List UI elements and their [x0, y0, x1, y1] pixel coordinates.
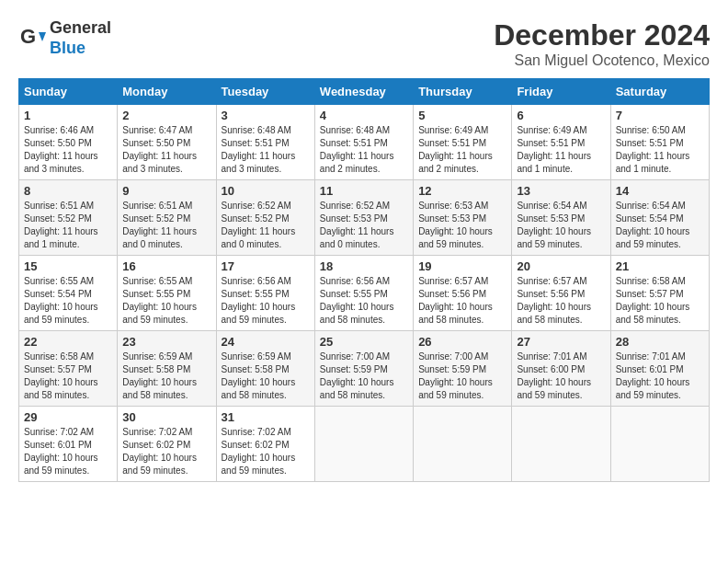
day-info: Sunrise: 6:57 AM Sunset: 5:56 PM Dayligh… — [517, 275, 605, 327]
col-header-tuesday: Tuesday — [216, 79, 314, 105]
day-number: 10 — [222, 184, 310, 198]
day-info: Sunrise: 6:48 AM Sunset: 5:51 PM Dayligh… — [222, 124, 310, 176]
day-cell: 9Sunrise: 6:51 AM Sunset: 5:52 PM Daylig… — [118, 180, 216, 256]
day-number: 22 — [24, 335, 112, 349]
day-info: Sunrise: 6:49 AM Sunset: 5:51 PM Dayligh… — [517, 124, 605, 176]
title-section: December 2024 San Miguel Ocotenco, Mexic… — [494, 18, 710, 69]
day-cell — [512, 407, 610, 482]
day-number: 28 — [616, 335, 704, 349]
week-row-1: 1Sunrise: 6:46 AM Sunset: 5:50 PM Daylig… — [19, 105, 710, 180]
day-number: 31 — [222, 410, 310, 424]
day-cell: 25Sunrise: 7:00 AM Sunset: 5:59 PM Dayli… — [314, 331, 413, 407]
day-info: Sunrise: 6:57 AM Sunset: 5:56 PM Dayligh… — [418, 275, 506, 327]
day-number: 16 — [122, 259, 210, 273]
day-number: 3 — [222, 109, 310, 122]
day-number: 20 — [517, 259, 605, 273]
day-info: Sunrise: 6:49 AM Sunset: 5:51 PM Dayligh… — [418, 124, 506, 176]
day-cell: 21Sunrise: 6:58 AM Sunset: 5:57 PM Dayli… — [610, 256, 709, 331]
week-row-3: 15Sunrise: 6:55 AM Sunset: 5:54 PM Dayli… — [19, 256, 710, 331]
col-header-friday: Friday — [512, 79, 610, 105]
day-cell: 17Sunrise: 6:56 AM Sunset: 5:55 PM Dayli… — [216, 256, 314, 331]
day-cell: 31Sunrise: 7:02 AM Sunset: 6:02 PM Dayli… — [216, 407, 314, 482]
day-number: 12 — [418, 184, 506, 198]
day-cell: 2Sunrise: 6:47 AM Sunset: 5:50 PM Daylig… — [118, 105, 216, 180]
day-info: Sunrise: 6:58 AM Sunset: 5:57 PM Dayligh… — [24, 350, 112, 402]
logo: G General Blue — [18, 18, 111, 58]
col-header-monday: Monday — [118, 79, 216, 105]
day-number: 4 — [320, 109, 408, 122]
day-info: Sunrise: 6:46 AM Sunset: 5:50 PM Dayligh… — [24, 124, 112, 176]
day-info: Sunrise: 6:52 AM Sunset: 5:53 PM Dayligh… — [320, 200, 408, 251]
day-info: Sunrise: 6:47 AM Sunset: 5:50 PM Dayligh… — [122, 124, 210, 176]
day-number: 18 — [320, 259, 408, 273]
day-info: Sunrise: 6:59 AM Sunset: 5:58 PM Dayligh… — [222, 350, 310, 402]
logo-line2: Blue — [50, 39, 85, 57]
day-number: 15 — [24, 259, 112, 273]
day-cell: 29Sunrise: 7:02 AM Sunset: 6:01 PM Dayli… — [19, 407, 118, 482]
day-cell: 14Sunrise: 6:54 AM Sunset: 5:54 PM Dayli… — [610, 180, 709, 256]
location-subtitle: San Miguel Ocotenco, Mexico — [494, 52, 710, 69]
day-number: 21 — [616, 259, 704, 273]
day-number: 19 — [418, 259, 506, 273]
day-number: 1 — [24, 109, 112, 122]
day-number: 7 — [616, 109, 704, 122]
day-info: Sunrise: 6:51 AM Sunset: 5:52 PM Dayligh… — [122, 200, 210, 251]
page-header: G General Blue December 2024 San Miguel … — [18, 18, 710, 69]
svg-text:G: G — [20, 25, 36, 48]
day-cell: 13Sunrise: 6:54 AM Sunset: 5:53 PM Dayli… — [512, 180, 610, 256]
day-number: 17 — [222, 259, 310, 273]
day-info: Sunrise: 6:50 AM Sunset: 5:51 PM Dayligh… — [616, 124, 704, 176]
day-number: 27 — [517, 335, 605, 349]
day-cell: 22Sunrise: 6:58 AM Sunset: 5:57 PM Dayli… — [19, 331, 118, 407]
day-cell: 5Sunrise: 6:49 AM Sunset: 5:51 PM Daylig… — [414, 105, 512, 180]
day-cell: 16Sunrise: 6:55 AM Sunset: 5:55 PM Dayli… — [118, 256, 216, 331]
day-cell: 4Sunrise: 6:48 AM Sunset: 5:51 PM Daylig… — [314, 105, 413, 180]
day-info: Sunrise: 6:48 AM Sunset: 5:51 PM Dayligh… — [320, 124, 408, 176]
day-cell: 7Sunrise: 6:50 AM Sunset: 5:51 PM Daylig… — [610, 105, 709, 180]
week-row-2: 8Sunrise: 6:51 AM Sunset: 5:52 PM Daylig… — [19, 180, 710, 256]
day-cell: 8Sunrise: 6:51 AM Sunset: 5:52 PM Daylig… — [19, 180, 118, 256]
day-number: 9 — [122, 184, 210, 198]
day-cell: 19Sunrise: 6:57 AM Sunset: 5:56 PM Dayli… — [414, 256, 512, 331]
day-info: Sunrise: 6:56 AM Sunset: 5:55 PM Dayligh… — [222, 275, 310, 327]
day-info: Sunrise: 7:00 AM Sunset: 5:59 PM Dayligh… — [320, 350, 408, 402]
day-info: Sunrise: 6:58 AM Sunset: 5:57 PM Dayligh… — [616, 275, 704, 327]
day-info: Sunrise: 7:02 AM Sunset: 6:02 PM Dayligh… — [122, 426, 210, 477]
day-cell: 28Sunrise: 7:01 AM Sunset: 6:01 PM Dayli… — [610, 331, 709, 407]
day-info: Sunrise: 6:54 AM Sunset: 5:54 PM Dayligh… — [616, 200, 704, 251]
day-info: Sunrise: 6:56 AM Sunset: 5:55 PM Dayligh… — [320, 275, 408, 327]
day-cell: 20Sunrise: 6:57 AM Sunset: 5:56 PM Dayli… — [512, 256, 610, 331]
day-cell — [414, 407, 512, 482]
day-cell: 18Sunrise: 6:56 AM Sunset: 5:55 PM Dayli… — [314, 256, 413, 331]
day-cell: 10Sunrise: 6:52 AM Sunset: 5:52 PM Dayli… — [216, 180, 314, 256]
day-number: 26 — [418, 335, 506, 349]
day-cell: 27Sunrise: 7:01 AM Sunset: 6:00 PM Dayli… — [512, 331, 610, 407]
day-number: 25 — [320, 335, 408, 349]
day-info: Sunrise: 6:51 AM Sunset: 5:52 PM Dayligh… — [24, 200, 112, 251]
week-row-5: 29Sunrise: 7:02 AM Sunset: 6:01 PM Dayli… — [19, 407, 710, 482]
day-cell: 1Sunrise: 6:46 AM Sunset: 5:50 PM Daylig… — [19, 105, 118, 180]
logo-icon: G — [18, 25, 46, 52]
header-row: SundayMondayTuesdayWednesdayThursdayFrid… — [19, 79, 710, 105]
col-header-sunday: Sunday — [19, 79, 118, 105]
day-info: Sunrise: 7:01 AM Sunset: 6:01 PM Dayligh… — [616, 350, 704, 402]
day-number: 11 — [320, 184, 408, 198]
week-row-4: 22Sunrise: 6:58 AM Sunset: 5:57 PM Dayli… — [19, 331, 710, 407]
day-info: Sunrise: 6:54 AM Sunset: 5:53 PM Dayligh… — [517, 200, 605, 251]
day-cell: 12Sunrise: 6:53 AM Sunset: 5:53 PM Dayli… — [414, 180, 512, 256]
day-cell: 26Sunrise: 7:00 AM Sunset: 5:59 PM Dayli… — [414, 331, 512, 407]
day-cell: 24Sunrise: 6:59 AM Sunset: 5:58 PM Dayli… — [216, 331, 314, 407]
day-info: Sunrise: 6:55 AM Sunset: 5:54 PM Dayligh… — [24, 275, 112, 327]
day-info: Sunrise: 6:55 AM Sunset: 5:55 PM Dayligh… — [122, 275, 210, 327]
day-cell: 3Sunrise: 6:48 AM Sunset: 5:51 PM Daylig… — [216, 105, 314, 180]
day-info: Sunrise: 7:02 AM Sunset: 6:02 PM Dayligh… — [222, 426, 310, 477]
day-number: 6 — [517, 109, 605, 122]
day-info: Sunrise: 6:53 AM Sunset: 5:53 PM Dayligh… — [418, 200, 506, 251]
day-number: 8 — [24, 184, 112, 198]
day-number: 24 — [222, 335, 310, 349]
col-header-wednesday: Wednesday — [314, 79, 413, 105]
day-number: 14 — [616, 184, 704, 198]
day-info: Sunrise: 7:01 AM Sunset: 6:00 PM Dayligh… — [517, 350, 605, 402]
day-number: 13 — [517, 184, 605, 198]
day-cell — [610, 407, 709, 482]
